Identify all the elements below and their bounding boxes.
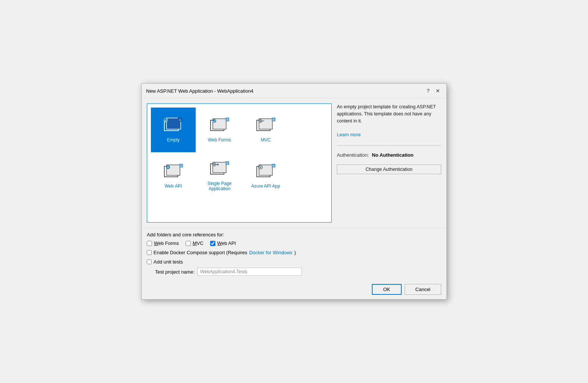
- svg-rect-24: [213, 162, 226, 173]
- webapi-checkbox[interactable]: [210, 241, 215, 246]
- add-folders-label: Add folders and core references for:: [147, 232, 441, 237]
- dialog-footer: OK Cancel: [142, 281, 446, 299]
- azureapi-icon: 4: [255, 163, 276, 181]
- divider: [337, 145, 441, 146]
- template-mvc-label: MVC: [261, 137, 271, 143]
- unit-test-checkbox[interactable]: [147, 259, 152, 264]
- svg-rect-32: [259, 165, 272, 175]
- test-project-name-input[interactable]: [197, 268, 302, 276]
- webapi-icon: 4: [163, 163, 184, 181]
- docker-label-after: ): [294, 250, 296, 255]
- template-spa-label: Single Page Application: [201, 181, 238, 191]
- description-text: An empty project template for creating A…: [337, 103, 441, 124]
- bottom-section: Add folders and core references for: Web…: [142, 228, 446, 281]
- left-panel: 4 Empty 4: [147, 103, 332, 223]
- test-project-row: Test project name:: [155, 268, 441, 276]
- svg-point-26: [214, 164, 215, 165]
- templates-box: 4 Empty 4: [147, 103, 332, 223]
- docker-row: Enable Docker Compose support (Requires …: [147, 250, 441, 255]
- auth-label: Authentication:: [337, 152, 369, 158]
- test-project-label: Test project name:: [155, 269, 195, 275]
- mvc-icon: 4: [255, 117, 276, 135]
- new-aspnet-dialog: New ASP.NET Web Application - WebApplica…: [141, 83, 447, 300]
- learn-more-link[interactable]: Learn more: [337, 132, 361, 137]
- template-empty[interactable]: 4 Empty: [151, 108, 196, 152]
- template-spa[interactable]: 4 Single Page Application: [197, 154, 242, 198]
- close-button[interactable]: ✕: [434, 87, 442, 95]
- title-bar-buttons: ? ✕: [424, 87, 442, 95]
- webforms-icon: 4: [209, 117, 230, 135]
- svg-point-13: [260, 120, 261, 122]
- svg-text:4: 4: [273, 164, 275, 167]
- template-empty-label: Empty: [167, 137, 180, 143]
- template-mvc[interactable]: 4 MVC: [243, 108, 288, 152]
- empty-icon: 4: [163, 117, 184, 135]
- mvc-checkbox-label: MVC: [193, 240, 203, 246]
- webapi-checkbox-label: Web API: [217, 240, 236, 246]
- svg-text:4: 4: [179, 118, 181, 122]
- webforms-checkbox-item[interactable]: Web Forms: [147, 240, 179, 246]
- svg-rect-11: [259, 119, 272, 129]
- unit-test-row: Add unit tests: [147, 259, 441, 265]
- unit-test-label: Add unit tests: [154, 259, 183, 265]
- svg-text:4: 4: [227, 118, 228, 121]
- mvc-checkbox-item[interactable]: MVC: [186, 240, 203, 246]
- auth-row: Authentication: No Authentication: [337, 152, 441, 158]
- cancel-button[interactable]: Cancel: [405, 284, 441, 295]
- mvc-checkbox[interactable]: [186, 241, 191, 246]
- dialog-body: 4 Empty 4: [142, 98, 446, 228]
- docker-for-windows-link[interactable]: Docker for Windows: [249, 250, 292, 255]
- spa-icon: 4: [209, 161, 230, 179]
- description-area: An empty project template for creating A…: [337, 103, 441, 138]
- template-azureapi-label: Azure API App: [251, 183, 280, 189]
- svg-text:4: 4: [273, 118, 275, 121]
- webforms-checkbox-label: Web Forms: [154, 240, 179, 246]
- docker-label-before: Enable Docker Compose support (Requires: [154, 250, 247, 255]
- webforms-checkbox[interactable]: [147, 241, 152, 246]
- svg-text:4: 4: [180, 164, 182, 167]
- template-webforms[interactable]: 4 Web Forms: [197, 108, 242, 152]
- svg-point-20: [167, 166, 169, 168]
- template-webforms-label: Web Forms: [208, 137, 231, 143]
- webapi-checkbox-item[interactable]: Web API: [210, 240, 236, 246]
- help-button[interactable]: ?: [424, 87, 432, 95]
- svg-point-34: [260, 166, 261, 168]
- dialog-title: New ASP.NET Web Application - WebApplica…: [146, 88, 253, 94]
- checkboxes-row: Web Forms MVC Web API: [147, 240, 441, 246]
- ok-button[interactable]: OK: [372, 284, 402, 295]
- right-panel: An empty project template for creating A…: [337, 103, 441, 223]
- auth-value: No Authentication: [372, 152, 413, 158]
- docker-checkbox[interactable]: [147, 250, 152, 255]
- svg-text:4: 4: [227, 162, 228, 165]
- template-webapi-label: Web API: [165, 183, 182, 189]
- title-bar: New ASP.NET Web Application - WebApplica…: [142, 84, 446, 98]
- template-webapi[interactable]: 4 Web API: [151, 154, 196, 198]
- change-auth-button[interactable]: Change Authentication: [337, 165, 441, 174]
- template-azureapi[interactable]: 4 Azure API App: [243, 154, 288, 198]
